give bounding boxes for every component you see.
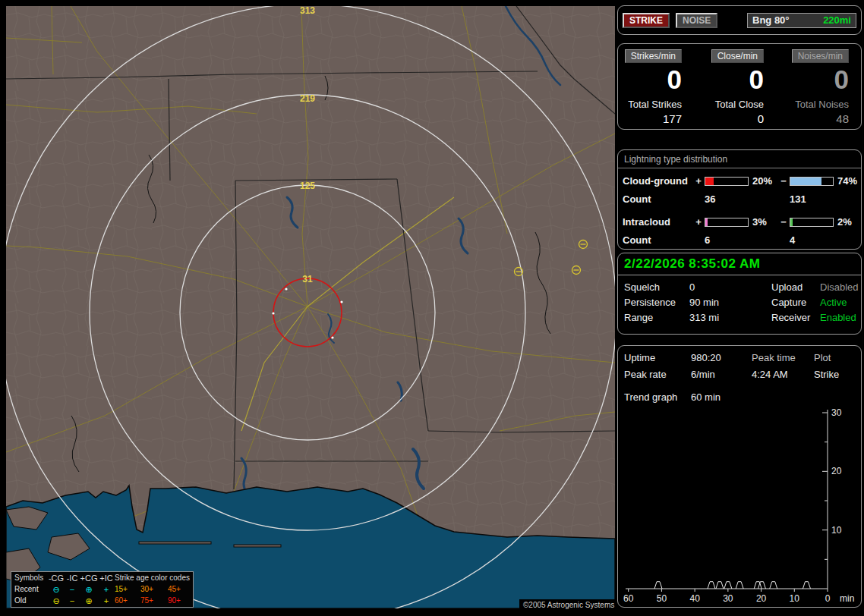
- age-75: 75+: [140, 597, 168, 605]
- ic-minus-pct: 2%: [834, 216, 864, 228]
- total-noises-value: 48: [771, 112, 849, 125]
- capture-value: Active: [820, 297, 859, 312]
- persistence-label: Persistence: [624, 297, 689, 312]
- legend-age-header: Strike age color codes: [115, 574, 196, 582]
- legend-col-plus-cg: +CG: [80, 574, 98, 582]
- svg-text:0: 0: [825, 593, 831, 604]
- strikes-per-min-value: 0: [623, 64, 682, 95]
- bearing-value: Bng 80°: [752, 14, 790, 26]
- svg-text:50: 50: [657, 593, 667, 604]
- count-label: Count: [623, 234, 692, 246]
- svg-text:40: 40: [689, 593, 700, 604]
- ring-label-125: 125: [300, 181, 315, 191]
- minus-sign: −: [777, 216, 790, 228]
- cg-minus-count: 131: [790, 193, 834, 205]
- ic-minus-count: 4: [790, 234, 834, 246]
- squelch-value: 0: [689, 281, 771, 297]
- cloud-ground-count-row: Count 36 131: [618, 193, 861, 206]
- cg-plus-count: 36: [705, 193, 749, 205]
- old-minus-cg-icon: ⊖: [48, 597, 65, 605]
- legend-symbols-header: Symbols: [14, 574, 48, 582]
- svg-text:min: min: [840, 593, 854, 604]
- plus-sign: +: [692, 175, 705, 187]
- upload-value: Disabled: [820, 281, 859, 297]
- counters-panel: Strikes/min 0 Total Strikes 177 Close/mi…: [617, 43, 862, 130]
- symbols-legend: Symbols -CG -IC +CG +IC Strike age color…: [11, 571, 194, 608]
- svg-text:20: 20: [756, 593, 767, 604]
- copyright-text: ©2005 Astrogenic Systems: [519, 599, 618, 611]
- strike-mode-button[interactable]: STRIKE: [623, 13, 670, 28]
- receiver-label: Receiver: [771, 312, 820, 327]
- distribution-title: Lightning type distribution: [618, 150, 861, 168]
- age-30: 30+: [140, 586, 168, 593]
- close-per-min-value: 0: [689, 64, 764, 95]
- distance-value: 220mi: [823, 14, 851, 26]
- age-15: 15+: [115, 586, 140, 593]
- cloud-ground-label: Cloud-ground: [623, 175, 692, 187]
- cg-plus-pct: 20%: [749, 175, 777, 187]
- stats-trend-panel: Uptime 980:20 Peak time Plot Peak rate 6…: [617, 345, 862, 608]
- svg-text:30: 30: [723, 593, 733, 604]
- svg-text:10: 10: [831, 525, 842, 536]
- distribution-panel: Lightning type distribution Cloud-ground…: [617, 149, 862, 250]
- ic-minus-bar: [790, 218, 834, 227]
- ic-plus-bar: [705, 218, 749, 227]
- legend-col-minus-ic: -IC: [65, 574, 80, 582]
- age-90: 90+: [168, 597, 196, 605]
- recent-plus-cg-icon: ⊕: [80, 586, 98, 593]
- range-value: 313 mi: [689, 312, 771, 327]
- status-panel: 2/22/2026 8:35:02 AM Squelch 0 Upload Di…: [617, 253, 862, 335]
- persistence-value: 90 min: [689, 297, 771, 312]
- ring-label-31: 31: [302, 274, 313, 284]
- intracloud-label: Intracloud: [623, 216, 692, 228]
- recent-plus-ic-icon: +: [98, 586, 115, 593]
- noises-per-min-chip: Noises/min: [792, 49, 849, 63]
- svg-text:20: 20: [831, 466, 842, 476]
- intracloud-row: Intracloud + 3% − 2%: [618, 215, 861, 228]
- age-45: 45+: [168, 586, 196, 593]
- minus-sign: −: [777, 175, 790, 187]
- ic-plus-pct: 3%: [749, 216, 777, 228]
- old-plus-ic-icon: +: [98, 597, 115, 605]
- map-canvas: 313 219 125 31: [6, 6, 615, 608]
- count-label: Count: [623, 193, 692, 205]
- mode-panel: STRIKE NOISE Bng 80° 220mi: [617, 5, 862, 35]
- cg-minus-pct: 74%: [834, 175, 864, 187]
- squelch-label: Squelch: [624, 281, 689, 297]
- noises-counter-column: Noises/min 0 Total Noises 48: [771, 49, 856, 129]
- plus-sign: +: [692, 216, 705, 228]
- receiver-value: Enabled: [820, 312, 859, 327]
- cg-minus-bar: [790, 177, 834, 186]
- old-plus-cg-icon: ⊕: [80, 597, 98, 605]
- legend-row-old-label: Old: [14, 597, 48, 605]
- trend-graph-chart: 3020106050403020100min: [618, 346, 861, 607]
- noise-mode-button[interactable]: NOISE: [676, 13, 717, 28]
- upload-label: Upload: [771, 281, 820, 297]
- total-strikes-value: 177: [623, 112, 682, 125]
- range-label: Range: [624, 312, 689, 327]
- close-counter-column: Close/min 0 Total Close 0: [689, 49, 771, 129]
- svg-text:30: 30: [831, 407, 842, 418]
- status-grid: Squelch 0 Upload Disabled Persistence 90…: [618, 275, 861, 327]
- legend-col-minus-cg: -CG: [48, 574, 65, 582]
- capture-label: Capture: [771, 297, 820, 312]
- cg-plus-bar: [705, 177, 749, 186]
- recent-minus-ic-icon: −: [65, 586, 80, 593]
- total-strikes-label: Total Strikes: [623, 99, 682, 110]
- svg-text:60: 60: [623, 593, 634, 604]
- legend-row-recent-label: Recent: [14, 586, 48, 593]
- svg-text:10: 10: [790, 593, 800, 604]
- app-window: 313 219 125 31 Symbols -CG -IC +CG +IC S…: [0, 0, 864, 616]
- close-per-min-chip: Close/min: [711, 49, 764, 63]
- total-noises-label: Total Noises: [771, 99, 849, 110]
- ring-label-313: 313: [300, 6, 315, 16]
- bearing-distance-readout: Bng 80° 220mi: [747, 13, 856, 28]
- age-60: 60+: [115, 597, 140, 605]
- cloud-ground-row: Cloud-ground + 20% − 74%: [618, 174, 861, 187]
- ic-plus-count: 6: [705, 234, 749, 246]
- legend-col-plus-ic: +IC: [98, 574, 115, 582]
- lightning-map[interactable]: 313 219 125 31: [6, 6, 615, 608]
- noises-per-min-value: 0: [771, 64, 849, 95]
- total-close-value: 0: [689, 112, 764, 125]
- ring-label-219: 219: [300, 93, 315, 104]
